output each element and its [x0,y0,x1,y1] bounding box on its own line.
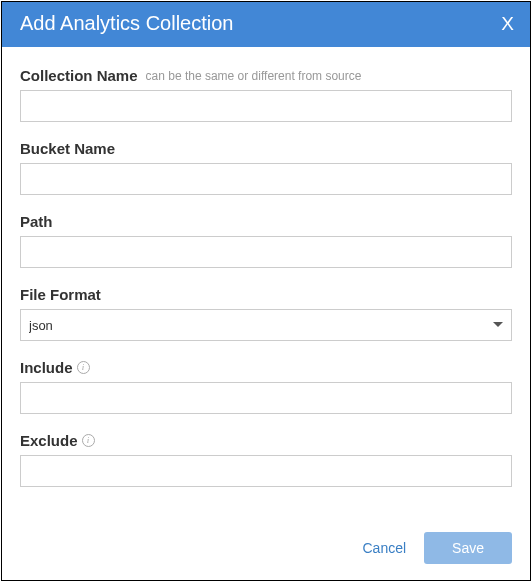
exclude-input[interactable] [20,455,512,487]
include-input[interactable] [20,382,512,414]
include-label-text: Include [20,359,73,376]
include-field: Include i [20,359,512,414]
exclude-label-text: Exclude [20,432,78,449]
file-format-label: File Format [20,286,512,303]
exclude-label: Exclude i [20,432,512,449]
file-format-field: File Format json [20,286,512,341]
exclude-field: Exclude i [20,432,512,487]
cancel-button[interactable]: Cancel [362,540,406,556]
path-field: Path [20,213,512,268]
info-icon[interactable]: i [77,361,90,374]
save-button[interactable]: Save [424,532,512,564]
collection-name-label-text: Collection Name [20,67,138,84]
path-input[interactable] [20,236,512,268]
dialog-body: Collection Name can be the same or diffe… [2,47,530,520]
collection-name-field: Collection Name can be the same or diffe… [20,67,512,122]
bucket-name-field: Bucket Name [20,140,512,195]
collection-name-input[interactable] [20,90,512,122]
dialog-title: Add Analytics Collection [20,12,233,35]
info-icon[interactable]: i [82,434,95,447]
bucket-name-input[interactable] [20,163,512,195]
file-format-select[interactable]: json [20,309,512,341]
include-label: Include i [20,359,512,376]
collection-name-hint: can be the same or different from source [146,69,362,83]
close-button[interactable]: X [499,13,516,35]
path-label: Path [20,213,512,230]
dialog-footer: Cancel Save [2,520,530,580]
add-analytics-collection-dialog: Add Analytics Collection X Collection Na… [1,1,531,581]
dialog-header: Add Analytics Collection X [2,2,530,47]
collection-name-label: Collection Name can be the same or diffe… [20,67,512,84]
bucket-name-label: Bucket Name [20,140,512,157]
